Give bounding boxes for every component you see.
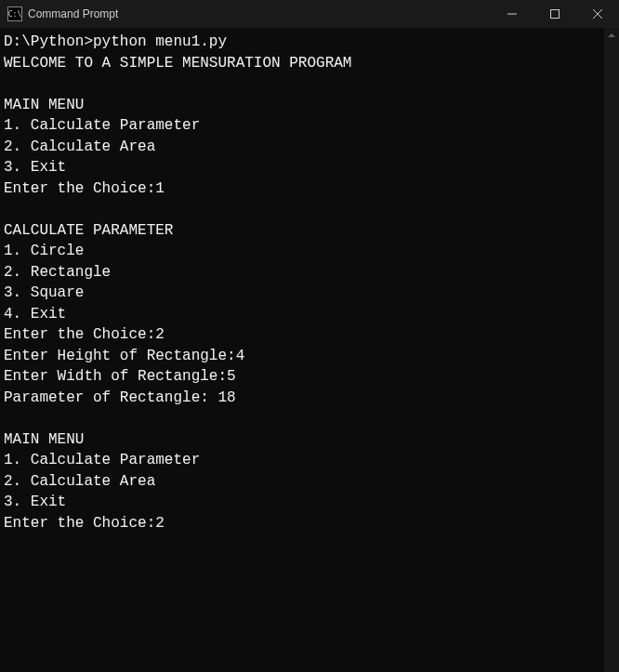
output-line: Parameter of Rectangle: 18 <box>4 389 236 406</box>
chevron-up-icon <box>608 33 615 37</box>
output-line: 1. Circle <box>4 243 84 259</box>
output-line: 3. Exit <box>4 159 66 176</box>
terminal-area: D:\Python>python menu1.py WELCOME TO A S… <box>0 28 619 672</box>
svg-rect-1 <box>551 10 560 19</box>
output-line: 3. Square <box>4 284 84 301</box>
output-line: CALCULATE PARAMETER <box>4 222 173 239</box>
output-line: Enter Height of Rectangle:4 <box>4 348 244 364</box>
maximize-button[interactable] <box>533 0 576 28</box>
output-line: Enter the Choice:2 <box>4 326 165 343</box>
output-line: Enter the Choice:1 <box>4 180 165 197</box>
window-controls <box>491 0 619 28</box>
scrollbar[interactable] <box>604 28 619 672</box>
terminal-output[interactable]: D:\Python>python menu1.py WELCOME TO A S… <box>0 28 604 672</box>
output-line: 3. Exit <box>4 494 66 510</box>
output-line: MAIN MENU <box>4 97 84 113</box>
output-line: 1. Calculate Parameter <box>4 452 200 468</box>
prompt: D:\Python> <box>4 33 93 50</box>
output-line: 2. Calculate Area <box>4 138 155 155</box>
app-icon: C:\ <box>7 7 22 21</box>
output-line: Enter the Choice:2 <box>4 515 165 532</box>
output-line: 4. Exit <box>4 306 66 323</box>
scroll-up-icon[interactable] <box>604 28 619 43</box>
command: python menu1.py <box>93 33 227 50</box>
minimize-button[interactable] <box>491 0 533 28</box>
window-titlebar[interactable]: C:\ Command Prompt <box>0 0 619 28</box>
close-icon <box>593 9 602 19</box>
close-button[interactable] <box>576 0 619 28</box>
maximize-icon <box>550 9 560 19</box>
output-line: 1. Calculate Parameter <box>4 117 200 134</box>
app-icon-text: C:\ <box>8 10 21 19</box>
output-line: Enter Width of Rectangle:5 <box>4 368 236 385</box>
window-title: Command Prompt <box>28 7 491 20</box>
output-line: 2. Calculate Area <box>4 473 155 490</box>
output-line: 2. Rectangle <box>4 264 111 281</box>
minimize-icon <box>507 9 517 19</box>
output-line: WELCOME TO A SIMPLE MENSURATION PROGRAM <box>4 55 351 72</box>
output-line: MAIN MENU <box>4 431 84 448</box>
